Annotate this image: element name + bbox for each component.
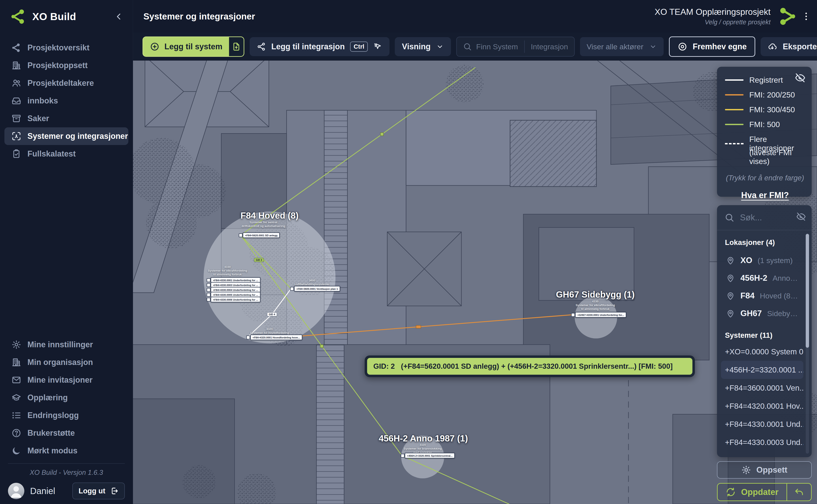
sidebar-item-mine-invitasjoner[interactable]: Mine invitasjoner [4,371,128,389]
panel-hide-eye-off-icon[interactable] [796,212,806,221]
sidebar-item-label: Mørkt modus [27,446,77,455]
actors-dropdown[interactable]: Viser alle aktører [580,37,664,56]
sidebar-item-morkt-modus[interactable]: Mørkt modus [4,442,128,460]
integration-tooltip-text: GID: 2 (+F84=5620.0001 SD anlegg) + (+45… [367,358,693,375]
avatar[interactable] [8,483,24,499]
find-system-input[interactable]: Finn System [457,37,524,56]
group-label-gh67-4330: 4330Systemer for elkraftfordelingtil alm… [575,300,615,311]
location-row-xo[interactable]: XO (1 system) [726,252,799,269]
actors-label: Viser alle aktører [586,42,643,51]
sidebar-item-label: Systemer og integrasjoner [27,132,128,141]
envelope-icon [11,375,21,385]
legend-row-registrert[interactable]: Registrert [725,76,805,84]
legend-row-fmi-500[interactable]: FMI: 500 [725,120,805,129]
system-row[interactable]: +F84=3600.0001 Ven... [721,379,803,397]
plus-circle-icon [150,42,159,52]
kebab-menu-icon[interactable] [801,11,811,21]
legend-row-fmi-300-450[interactable]: FMI: 300/450 [725,105,805,114]
systems-panel: Søk... Lokasjoner (4) XO (1 system) 456H… [717,205,812,457]
sidebar-item-prosjektdeltakere[interactable]: Prosjektdeltakere [4,74,128,92]
system-row[interactable]: +XO=0.0000 System 0 [721,343,803,361]
sidebar-item-label: Brukerstøtte [27,428,75,438]
update-label: Oppdater [741,487,779,497]
sidebar-item-label: Prosjektoversikt [27,43,89,52]
sidebar-item-label: Saker [27,114,49,123]
orange-connector-handle[interactable] [416,325,421,328]
what-is-fmi-link[interactable]: Hva er FMI? [725,191,805,200]
legend-line-swatch [725,94,744,95]
logout-button[interactable]: Logg ut [72,483,125,499]
gid-badge-3[interactable]: GID 3 [254,258,264,262]
gid-badge-4[interactable]: GID 4 [267,312,277,316]
map-pin-icon [726,256,735,265]
logout-icon [110,487,119,495]
system-chip[interactable]: +F84=4320.0001 Hovedfordeling hove... [250,335,302,340]
update-button[interactable]: Oppdater [717,483,812,501]
sidebar-item-label: Endringslogg [27,411,79,420]
search-icon [463,42,472,51]
export-label: Eksporter [783,42,817,51]
sidebar-item-mine-innstillinger[interactable]: Mine innstillinger [4,336,128,353]
sidebar-item-fullskalatest[interactable]: Fullskalatest [4,145,128,163]
system-chip[interactable]: +456H-2=3320.0001 Sprinklersentral... [405,453,455,458]
scan-node-icon [11,131,21,141]
sidebar-divider [8,463,125,464]
system-chip[interactable]: +F84=4330.0006 Underfordeling for ... [211,297,261,302]
highlight-own-button[interactable]: Fremhev egne [669,36,755,57]
sidebar-item-saker[interactable]: Saker [4,110,128,127]
map-pin-icon [726,309,735,318]
panel-scrollbar-track[interactable] [806,233,809,454]
molecule-icon [11,43,21,53]
search-placeholder: Søk... [740,213,762,222]
add-integration-button[interactable]: Legg til integrasjon Ctrl [250,37,389,56]
view-dropdown[interactable]: Visning [395,37,451,56]
system-row[interactable]: +F84=4320.0001 Hov... [721,397,803,415]
project-subtitle: Velg / opprette prosjekt [655,19,771,26]
archive-icon [11,114,21,123]
system-row[interactable]: +F84=4330.0003 Und... [721,433,803,451]
sidebar-collapse-button[interactable] [114,11,124,22]
users-icon [11,78,21,88]
legend-hide-eye-off-icon[interactable] [795,73,806,83]
sidebar-item-innboks[interactable]: innboks [4,92,128,110]
panel-scrollbar-thumb[interactable] [806,234,809,348]
group-label-4330: 4330Systemer for elkraftfordelingtil alm… [208,265,247,276]
location-row-gh67[interactable]: GH67 Sidebygg (... [726,305,799,322]
sidebar-item-opplaering[interactable]: Opplæring [4,389,128,407]
header: Systemer og integrasjoner XO TEAM Opplær… [133,0,817,33]
sidebar-item-prosjektoversikt[interactable]: Prosjektoversikt [4,39,128,57]
cluster-label-gh67[interactable]: GH67 Sidebygg (1) [556,290,635,300]
location-row-456h2[interactable]: 456H-2 Anno 19... [726,269,799,287]
cloud-download-icon [768,42,777,52]
system-chip[interactable]: +F84=5620.0001 SD anlegg [243,233,280,238]
panel-search-input[interactable]: Søk... [717,205,812,230]
system-chip[interactable]: +GH67=4330.0001 Underfordeling for... [575,312,626,318]
sidebar-item-endringslogg[interactable]: Endringslogg [4,407,128,424]
file-upload-icon [232,42,241,51]
system-row[interactable]: +F84=4330.0001 Und... [721,415,803,433]
undo-button[interactable] [786,484,811,500]
export-dropdown[interactable]: Eksporter [761,37,817,56]
map-canvas[interactable]: F84 Hoved (8) GH67 Sidebygg (1) 456H-2 A… [133,61,817,504]
integration-placeholder: Integrasjon [531,42,568,51]
sidebar-item-brukerstotte[interactable]: Brukerstøtte [4,424,128,442]
system-chip[interactable]: +F84=3600.0001 Ventilasjon plan 1 [294,286,340,292]
legend-row-fmi-200-250[interactable]: FMI: 200/250 [725,90,805,99]
sidebar-item-prosjektoppsett[interactable]: Prosjektoppsett [4,57,128,74]
panel-body: Lokasjoner (4) XO (1 system) 456H-2 Anno… [717,230,812,451]
target-icon [678,42,687,52]
sidebar-item-min-organisasjon[interactable]: Min organisasjon [4,353,128,371]
import-system-button[interactable] [229,37,244,56]
sidebar-item-systemer-og-integrasjoner[interactable]: Systemer og integrasjoner [4,127,128,145]
cluster-label-456h2[interactable]: 456H-2 Anno 1987 (1) [379,433,468,443]
add-system-button[interactable]: Legg til system [142,36,244,57]
integration-input[interactable]: Integrasjon [525,37,574,56]
system-row-selected[interactable]: +456H-2=3320.0001 ... [721,361,803,379]
project-logo-icon [777,7,797,26]
setup-button[interactable]: Oppsett [717,461,812,479]
location-row-f84[interactable]: F84 Hoved (8 sys... [726,287,799,305]
project-selector[interactable]: XO TEAM Opplæringsprosjekt Velg / oppret… [655,7,771,26]
update-main[interactable]: Oppdater [718,484,786,500]
legend-line-swatch [725,109,744,110]
help-circle-icon [11,428,21,438]
